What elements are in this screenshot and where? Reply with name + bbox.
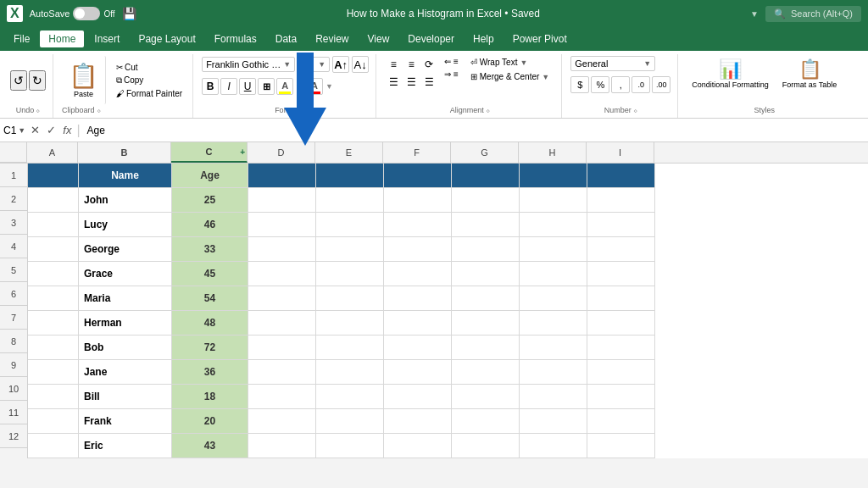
grid-cell[interactable] (452, 262, 520, 286)
percent-button[interactable]: % (591, 76, 609, 93)
grid-cell[interactable] (28, 188, 79, 212)
grid-cell[interactable]: 33 (172, 237, 248, 261)
autosave-toggle[interactable] (73, 7, 100, 20)
grid-cell[interactable] (248, 311, 316, 335)
grid-cell[interactable] (248, 434, 316, 458)
font-name-dropdown[interactable]: Franklin Gothic Me ▼ (202, 57, 295, 72)
grid-cell[interactable] (28, 434, 79, 458)
menu-view[interactable]: View (359, 30, 398, 47)
grid-cell[interactable] (316, 311, 384, 335)
grid-cell[interactable] (452, 286, 520, 310)
grid-cell[interactable]: 54 (172, 286, 248, 310)
grid-cell[interactable] (520, 286, 587, 310)
menu-home[interactable]: Home (40, 30, 84, 47)
grid-cell[interactable]: Name (79, 164, 172, 187)
grid-cell[interactable]: 25 (172, 188, 248, 212)
col-header-f[interactable]: F (383, 142, 451, 163)
grid-cell[interactable]: 36 (172, 360, 248, 384)
grid-cell[interactable] (248, 164, 316, 187)
grid-cell[interactable]: Age (172, 164, 248, 187)
grid-cell[interactable] (384, 237, 452, 261)
grid-cell[interactable] (587, 434, 655, 458)
cell-ref-chevron[interactable]: ▼ (18, 126, 25, 135)
grid-cell[interactable]: 48 (172, 311, 248, 335)
grid-cell[interactable] (248, 262, 316, 286)
grid-cell[interactable] (520, 262, 587, 286)
grid-cell[interactable] (452, 336, 520, 359)
grid-cell[interactable] (384, 385, 452, 408)
grid-cell[interactable] (316, 434, 384, 458)
grid-cell[interactable] (316, 164, 384, 187)
grid-cell[interactable] (384, 164, 452, 187)
grid-cell[interactable]: 43 (172, 434, 248, 458)
grid-cell[interactable] (452, 188, 520, 212)
font-color-button[interactable]: A (306, 78, 323, 95)
grid-cell[interactable] (587, 213, 655, 236)
grid-cell[interactable]: 45 (172, 262, 248, 286)
row-num-6[interactable]: 6 (0, 282, 27, 306)
grid-cell[interactable] (452, 213, 520, 236)
grid-cell[interactable] (587, 164, 655, 187)
font-grow-button[interactable]: A↑ (332, 56, 349, 73)
formula-input[interactable]: Age (84, 125, 865, 136)
grid-cell[interactable]: 46 (172, 213, 248, 236)
grid-cell[interactable]: Grace (79, 262, 172, 286)
grid-cell[interactable] (28, 311, 79, 335)
grid-cell[interactable]: John (79, 188, 172, 212)
grid-cell[interactable] (452, 237, 520, 261)
row-num-9[interactable]: 9 (0, 353, 27, 377)
grid-cell[interactable] (28, 360, 79, 384)
grid-cell[interactable] (316, 237, 384, 261)
grid-cell[interactable] (248, 188, 316, 212)
title-dropdown-icon[interactable]: ▼ (750, 9, 759, 19)
increase-indent-button[interactable]: ⇒ ≡ (441, 69, 462, 80)
grid-cell[interactable]: George (79, 237, 172, 261)
merge-center-button[interactable]: ⊞ Merge & Center ▼ (465, 70, 555, 83)
row-num-4[interactable]: 4 (0, 235, 27, 258)
col-header-b[interactable]: B (78, 142, 171, 163)
border-button[interactable]: ⊞ (258, 78, 275, 95)
grid-cell[interactable] (384, 336, 452, 359)
grid-cell[interactable] (587, 385, 655, 408)
grid-cell[interactable]: Maria (79, 286, 172, 310)
grid-cell[interactable] (384, 262, 452, 286)
grid-cell[interactable] (520, 164, 587, 187)
grid-cell[interactable]: 20 (172, 409, 248, 433)
grid-cell[interactable] (452, 385, 520, 408)
grid-cell[interactable] (587, 286, 655, 310)
grid-cell[interactable]: Bob (79, 336, 172, 359)
decrease-decimal-button[interactable]: .00 (652, 76, 670, 93)
align-top-left-button[interactable]: ≡ (385, 56, 402, 73)
underline-button[interactable]: U (239, 78, 256, 95)
decrease-indent-button[interactable]: ⇐ ≡ (441, 56, 462, 67)
grid-cell[interactable] (316, 360, 384, 384)
grid-cell[interactable] (452, 360, 520, 384)
col-header-h[interactable]: H (519, 142, 587, 163)
grid-cell[interactable] (520, 213, 587, 236)
grid-cell[interactable]: Jane (79, 360, 172, 384)
grid-cell[interactable]: Frank (79, 409, 172, 433)
grid-cell[interactable] (587, 311, 655, 335)
grid-cell[interactable] (28, 385, 79, 408)
grid-cell[interactable] (520, 360, 587, 384)
grid-cell[interactable] (587, 262, 655, 286)
col-header-d[interactable]: D (248, 142, 315, 163)
grid-cell[interactable] (587, 360, 655, 384)
grid-cell[interactable] (520, 188, 587, 212)
grid-cell[interactable] (316, 188, 384, 212)
col-header-i[interactable]: I (587, 142, 654, 163)
formula-confirm-icon[interactable]: ✓ (45, 122, 58, 138)
grid-cell[interactable] (248, 360, 316, 384)
undo-button[interactable]: ↺ (10, 70, 27, 91)
increase-decimal-button[interactable]: .0 (632, 76, 650, 93)
row-num-10[interactable]: 10 (0, 377, 27, 401)
menu-data[interactable]: Data (267, 30, 305, 47)
grid-cell[interactable] (28, 336, 79, 359)
grid-cell[interactable] (28, 409, 79, 433)
col-header-e[interactable]: E (315, 142, 383, 163)
font-shrink-button[interactable]: A↓ (352, 56, 369, 73)
grid-cell[interactable] (28, 262, 79, 286)
grid-cell[interactable] (316, 213, 384, 236)
bold-button[interactable]: B (202, 78, 219, 95)
align-top-right-button[interactable]: ⟳ (420, 56, 437, 73)
